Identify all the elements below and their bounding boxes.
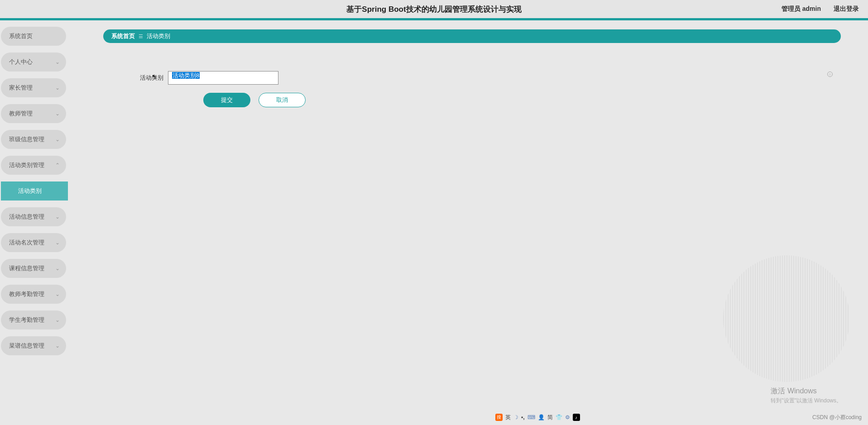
chevron-down-icon: ⌄ — [55, 265, 60, 272]
submit-button-label: 提交 — [221, 96, 233, 104]
sidebar-item-parents[interactable]: 家长管理 ⌄ — [1, 78, 66, 97]
chevron-down-icon: ⌄ — [55, 291, 60, 297]
ime-person-icon[interactable]: 👤 — [538, 414, 545, 420]
sidebar-subitem-label: 活动类别 — [18, 187, 42, 195]
chevron-down-icon: ⌄ — [55, 343, 60, 349]
cancel-button[interactable]: 取消 — [259, 93, 306, 107]
ime-keyboard-icon[interactable]: ⌨ — [528, 414, 535, 420]
button-row: 提交 取消 — [203, 93, 841, 107]
chevron-up-icon: ⌃ — [55, 162, 60, 168]
ime-moon-icon[interactable]: ☽ — [513, 414, 518, 420]
sidebar-item-home[interactable]: 系统首页 — [1, 27, 66, 46]
chevron-down-icon: ⌄ — [55, 214, 60, 220]
logout-link[interactable]: 退出登录 — [834, 5, 859, 13]
sidebar-item-label: 教师考勤管理 — [9, 290, 44, 298]
ime-simplified-toggle[interactable]: 简 — [547, 414, 553, 421]
sidebar-item-label: 活动信息管理 — [9, 213, 44, 221]
sidebar-item-label: 活动类别管理 — [9, 161, 44, 169]
sidebar-item-label: 系统首页 — [9, 32, 33, 40]
header-right: 管理员 admin 退出登录 — [782, 5, 859, 13]
page-title: 基于Spring Boot技术的幼儿园管理系统设计与实现 — [346, 4, 521, 14]
sidebar-item-class-info[interactable]: 班级信息管理 ⌄ — [1, 130, 66, 149]
sidebar-item-label: 学生考勤管理 — [9, 316, 44, 324]
breadcrumb-home[interactable]: 系统首页 — [111, 32, 135, 40]
chevron-down-icon: ⌄ — [55, 317, 60, 323]
ime-tiktok-icon[interactable]: ♪ — [573, 414, 580, 421]
sidebar-item-label: 课程信息管理 — [9, 264, 44, 272]
main-content: 系统首页 ☰ 活动类别 ○ 活动类别 ↖ 活动类别8 提交 取消 — [71, 20, 868, 423]
close-icon[interactable]: ○ — [827, 72, 833, 77]
chevron-down-icon: ⌄ — [55, 136, 60, 143]
sidebar-item-student-attendance[interactable]: 学生考勤管理 ⌄ — [1, 310, 66, 329]
sidebar: 系统首页 个人中心 ⌄ 家长管理 ⌄ 教师管理 ⌄ 班级信息管理 ⌄ 活动类别管… — [0, 20, 71, 423]
user-label[interactable]: 管理员 admin — [782, 5, 821, 13]
ime-punct-icon[interactable]: •, — [521, 414, 525, 420]
sidebar-item-activity-category[interactable]: 活动类别管理 ⌃ — [1, 156, 66, 175]
cancel-button-label: 取消 — [276, 96, 288, 104]
ime-logo-icon[interactable]: 搜 — [495, 414, 503, 421]
form-area: 活动类别 ↖ 活动类别8 提交 取消 — [139, 71, 841, 107]
input-selected-text: 活动类别8 — [172, 72, 200, 79]
sidebar-item-label: 家长管理 — [9, 84, 33, 92]
sidebar-item-label: 个人中心 — [9, 58, 33, 66]
form-label-category: 活动类别 ↖ — [139, 74, 163, 82]
sidebar-item-activity-info[interactable]: 活动信息管理 ⌄ — [1, 207, 66, 226]
ime-skin-icon[interactable]: 👕 — [556, 414, 562, 420]
sidebar-item-label: 菜谱信息管理 — [9, 342, 44, 350]
sidebar-item-teacher-attendance[interactable]: 教师考勤管理 ⌄ — [1, 285, 66, 304]
form-row-category: 活动类别 ↖ 活动类别8 — [139, 71, 841, 85]
sidebar-item-teachers[interactable]: 教师管理 ⌄ — [1, 104, 66, 123]
ime-settings-icon[interactable]: ⚙ — [565, 414, 570, 420]
sidebar-subitem-activity-category[interactable]: 活动类别 — [1, 181, 68, 201]
chevron-down-icon: ⌄ — [55, 110, 60, 117]
ime-lang-toggle[interactable]: 英 — [505, 414, 511, 421]
watermark-line2: 转到"设置"以激活 Windows。 — [771, 397, 842, 405]
sidebar-item-label: 教师管理 — [9, 110, 33, 118]
category-input[interactable]: 活动类别8 — [168, 71, 278, 85]
app-header: 基于Spring Boot技术的幼儿园管理系统设计与实现 管理员 admin 退… — [0, 0, 868, 20]
chevron-down-icon: ⌄ — [55, 59, 60, 65]
windows-watermark: 激活 Windows 转到"设置"以激活 Windows。 — [771, 387, 842, 405]
csdn-watermark: CSDN @小蔡coding — [812, 414, 862, 421]
breadcrumb-separator-icon: ☰ — [139, 33, 143, 39]
sidebar-item-label: 活动名次管理 — [9, 239, 44, 247]
breadcrumb-current: 活动类别 — [147, 32, 170, 40]
sidebar-item-activity-ranking[interactable]: 活动名次管理 ⌄ — [1, 233, 66, 252]
form-label-text: 活动类别 — [140, 74, 163, 81]
submit-button[interactable]: 提交 — [203, 93, 250, 107]
watermark-circle — [723, 255, 850, 382]
chevron-down-icon: ⌄ — [55, 85, 60, 91]
chevron-down-icon: ⌄ — [55, 239, 60, 246]
sidebar-item-course-info[interactable]: 课程信息管理 ⌄ — [1, 259, 66, 278]
sidebar-item-menu-info[interactable]: 菜谱信息管理 ⌄ — [1, 336, 66, 355]
sidebar-item-profile[interactable]: 个人中心 ⌄ — [1, 53, 66, 72]
watermark-line1: 激活 Windows — [771, 387, 842, 396]
breadcrumb: 系统首页 ☰ 活动类别 — [103, 29, 841, 43]
sidebar-item-label: 班级信息管理 — [9, 135, 44, 143]
ime-toolbar: 搜 英 ☽ •, ⌨ 👤 简 👕 ⚙ ♪ — [495, 413, 580, 422]
container: 系统首页 个人中心 ⌄ 家长管理 ⌄ 教师管理 ⌄ 班级信息管理 ⌄ 活动类别管… — [0, 20, 868, 423]
